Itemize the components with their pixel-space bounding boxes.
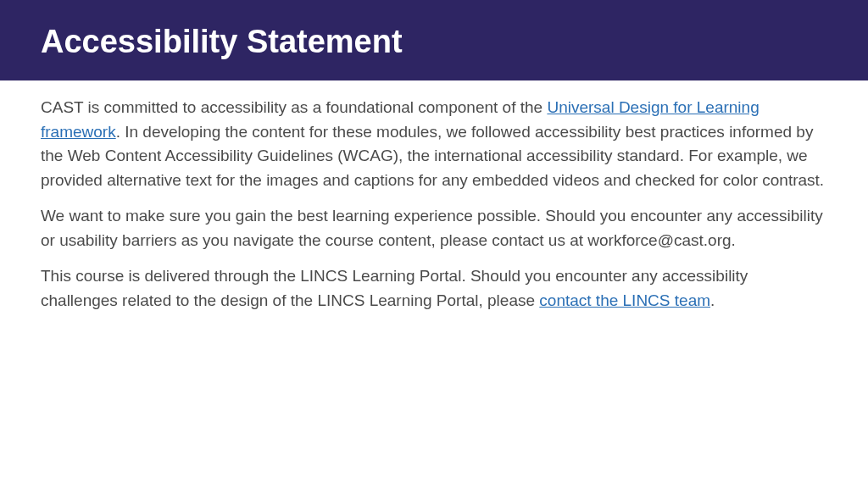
paragraph-2: We want to make sure you gain the best l… xyxy=(41,204,827,252)
p1-text-pre: CAST is committed to accessibility as a … xyxy=(41,98,547,116)
page-header: Accessibility Statement xyxy=(0,0,868,80)
p1-text-post: . In developing the content for these mo… xyxy=(41,123,824,189)
paragraph-1: CAST is committed to accessibility as a … xyxy=(41,96,827,192)
page-content: CAST is committed to accessibility as a … xyxy=(0,80,868,340)
contact-lincs-link[interactable]: contact the LINCS team xyxy=(539,291,710,309)
page-title: Accessibility Statement xyxy=(41,24,827,60)
paragraph-3: This course is delivered through the LIN… xyxy=(41,264,827,313)
p3-text-post: . xyxy=(710,291,715,309)
